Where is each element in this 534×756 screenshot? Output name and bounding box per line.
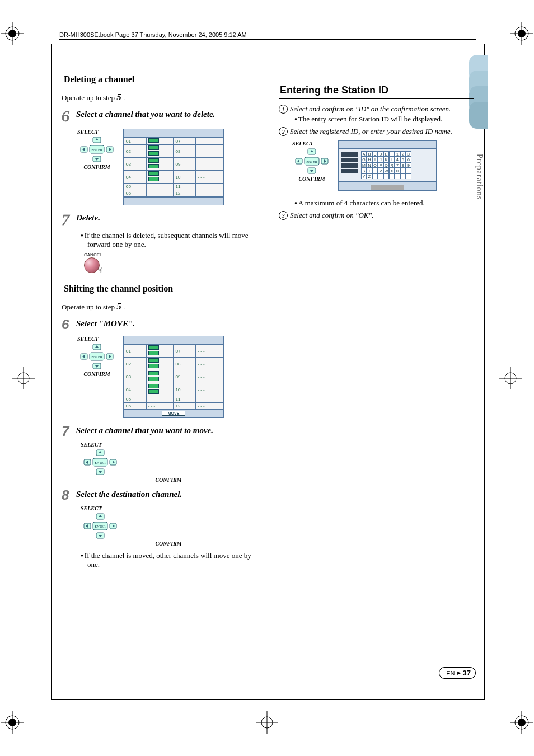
enter-text: ENTER [91,148,102,152]
id-char-cell: W [383,168,389,173]
r-step-1: 1 Select and confirm on "ID" on the conf… [279,105,474,114]
cropmark-bottom-mid [256,711,278,734]
id-char-cell: M [361,162,367,168]
operate-step-number-2: 5 [116,301,121,312]
enter-button-nav-3: ENTER [81,449,120,476]
id-char-cell: C [372,151,378,157]
ch-cell: 01 [124,345,147,358]
ch-dash: - - - [196,396,223,403]
entering-station-id-title: Entering the Station ID [279,82,474,99]
step-6-number: 6 [62,107,76,125]
ch-bar [146,145,174,158]
s2-step-7: 7 Select a channel that you want to move… [62,424,256,439]
ch-dash: - - - [196,190,223,197]
id-char-cell: 4 [395,157,400,162]
ch-dash: - - - [196,345,223,358]
id-char-cell: F [389,151,395,157]
id-char-cell: 5 [400,157,406,162]
s2-step-7-number: 7 [62,424,76,439]
s2-step-8-number: 8 [62,487,76,503]
screen-bottombar-1 [124,197,223,205]
id-char-cell: A [361,151,367,157]
fig-select-label-3: SELECT [81,442,256,448]
r-step-1-num: 1 [279,105,288,114]
r-step-3-num: 3 [279,211,288,220]
ch-cell: 11 [174,396,196,403]
ch-cell: 03 [124,370,147,383]
id-char-cell: U [372,168,378,173]
hand-press-icon: ☟ [97,265,102,275]
ch-cell: 07 [174,345,196,358]
svg-text:ENTER: ENTER [95,525,105,528]
channel-list-screen-1: 0107- - - 0208- - - 0309- - - 0410- - - … [123,129,224,205]
ch-cell: 06 [124,403,147,410]
r-step-2-num: 2 [279,127,288,136]
id-char-cell: X [389,168,395,173]
fig-confirm-label-3: CONFIRM [81,477,256,483]
print-header-rule [59,39,476,40]
r-step-1-text: Select and confirm on "ID" on the confir… [290,105,474,114]
id-char-cell: 6 [406,157,411,162]
ch-cell: 06 [124,190,147,197]
enter-button-nav-r: ENTER [292,148,331,175]
id-char-cell: 0 [395,168,400,173]
id-char-cell: J [378,157,383,162]
cropmark-bottom-right [510,711,533,734]
ch-dash: - - - [196,138,223,145]
ch-cell: 01 [124,138,147,145]
r-step-1-bullet: The entry screen for Station ID will be … [294,115,474,124]
enter-button-nav-2: ENTER [77,343,116,370]
operate-period-2: . [123,303,125,311]
screen-titlebar-1 [124,129,223,137]
screen-titlebar-2 [124,336,223,344]
id-char-cell: L [389,157,395,162]
id-char-cell: 9 [406,162,411,168]
id-char-cell: H [367,157,372,162]
page-footer: EN ▶ 37 [439,667,476,679]
r-fig-confirm: CONFIRM [292,176,331,182]
ch-dash: - - - [146,184,174,190]
s2-bullet: If the channel is moved, other channels … [81,551,256,569]
step-6-label: Select a channel that you want to delete… [76,110,215,119]
cropmark-top-right [510,22,533,45]
ch-cell: 12 [174,403,196,410]
ch-cell: 05 [124,396,147,403]
id-char-cell: R [389,162,395,168]
enter-button-nav-1: ENTER [77,136,116,163]
ch-dash: - - - [196,171,223,184]
move-button-label: MOVE [162,411,186,416]
ch-bar [146,138,174,145]
ch-dash: - - - [146,396,174,403]
r-bullet-maxchars: A maximum of 4 characters can be entered… [294,199,474,208]
screen-bottombar-2: MOVE [124,410,223,417]
svg-text:ENTER: ENTER [306,160,317,163]
footer-lang: EN [446,670,455,677]
ch-bar [146,345,174,358]
ch-dash: - - - [196,145,223,158]
ch-cell: 11 [174,184,196,190]
id-char-cell: V [378,168,383,173]
ch-cell: 07 [174,138,196,145]
id-char-cell: 1 [395,151,400,157]
footer-triangle-icon: ▶ [457,670,461,675]
id-char-cell [400,173,406,179]
id-char-cell: T [367,168,372,173]
ch-bar [146,158,174,171]
fig-select-label-4: SELECT [81,505,256,511]
ch-cell: 04 [124,171,147,184]
id-char-cell: O [372,162,378,168]
id-char-cell: 2 [400,151,406,157]
ch-bar [146,358,174,370]
id-char-cell [400,168,406,173]
id-char-cell: Q [383,162,389,168]
fig-confirm-label-2: CONFIRM [77,371,116,377]
id-char-cell: Y [361,173,367,179]
id-char-cell: E [383,151,389,157]
operate-step-number: 5 [116,92,121,102]
ch-dash: - - - [146,190,174,197]
ch-cell: 12 [174,190,196,197]
id-char-cell: P [378,162,383,168]
id-char-grid: ABCDEF123GHIJKL456MNOPQR789STUVWX0YZ [361,151,411,179]
id-char-cell: I [372,157,378,162]
svg-text:ENTER: ENTER [95,461,105,464]
